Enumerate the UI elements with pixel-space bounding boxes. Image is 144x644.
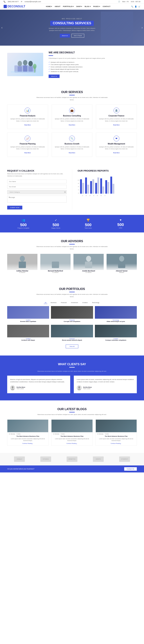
portfolio-name-4: Incidunt velit itaque <box>7 339 49 341</box>
hero-next-button[interactable]: › <box>142 26 142 29</box>
email-address: contact@example.com <box>25 1 41 2</box>
partner-shape-2: SYNVEG <box>40 456 51 462</box>
service-read-more[interactable]: Read More <box>24 152 31 154</box>
blog-card-1: 12 January 3 Likes The Most Advance Busi… <box>7 420 48 446</box>
advisors-subtitle: Maecenas accumsan lacus vel facilisis vo… <box>36 246 108 250</box>
blog-card-3: 12 January 3 Likes The Most Advance Busi… <box>96 420 137 446</box>
about-button[interactable]: About Us <box>49 74 60 78</box>
bar-dark <box>80 179 82 194</box>
service-card-financial-planning: 📈 Financial Planning Quisque velit nisi,… <box>7 132 48 157</box>
hero-buttons: About Us Get In Touch <box>47 34 97 38</box>
advisor-ashley-name: Ashley Fletcher <box>7 270 38 272</box>
testimonial-author-1: Dortha Moez Team Leader <box>10 385 67 390</box>
view-all-button[interactable]: View All <box>66 344 78 348</box>
svg-rect-13 <box>52 262 59 268</box>
portfolio-name-5: Rerum aemini deleniti aliquid <box>51 339 93 341</box>
advisor-amelie-name: Amelie Bernhard <box>73 270 104 272</box>
about-svg <box>11 54 40 74</box>
cart-icon[interactable]: 🛒 <box>138 6 140 8</box>
financial-planning-icon: 📈 <box>25 136 30 141</box>
bar-light <box>87 185 89 194</box>
service-read-more[interactable]: Read More <box>113 152 120 154</box>
portfolio-caption-5: Financial Rerum aemini deleniti aliquid <box>51 337 93 342</box>
topbar-left: 📞 (860) 895 6677 ✉ contact@example.com <box>4 1 41 2</box>
hero-about-button[interactable]: About Us <box>60 34 70 38</box>
filter-technology[interactable]: Technology <box>91 302 100 304</box>
bar-dark <box>110 176 112 194</box>
nav-contact[interactable]: CONTACT <box>103 6 110 7</box>
hero-description: Quisque velit nisi, pretium ut lacinia i… <box>47 27 97 32</box>
services-grid: 📊 Financial Analysis Quisque velit nisi,… <box>7 104 137 157</box>
footer-contact-button[interactable]: Contact Us <box>124 467 137 471</box>
logo-text: DECONSULT <box>8 5 25 8</box>
hero-contact-button[interactable]: Get In Touch <box>71 34 84 38</box>
advisors-title: OUR ADVISORS <box>7 240 137 243</box>
portfolio-caption-4: Creative Incidunt velit itaque <box>7 337 49 342</box>
testimonials-grid: Maxime ut fugit est amet fames. Aliquam … <box>7 376 137 393</box>
bar-dark <box>100 178 102 194</box>
nav-home[interactable]: HOME ▾ <box>46 6 52 7</box>
blog-meta-3: 12 January 3 Likes <box>96 432 137 435</box>
service-card-business-growth: 📉 Business Growth Quisque velit nisi, pr… <box>52 132 92 157</box>
bar-light <box>82 183 84 194</box>
bar-group-2 <box>85 178 89 194</box>
nav-icons: 🔍 👤 🛒 <box>131 6 140 8</box>
message-textarea[interactable] <box>7 196 67 203</box>
service-read-more[interactable]: Read More <box>113 124 120 126</box>
nav-blog[interactable]: BLOG ▾ <box>85 6 91 7</box>
portfolios-section: OUR PORTFOLIOS Maecenas accumsan lacus v… <box>0 280 144 356</box>
service-read-more[interactable]: Read More <box>69 152 75 154</box>
bar-group-7 <box>110 176 114 194</box>
stat-clients-label: Happy Clients <box>40 227 72 229</box>
filter-business[interactable]: Business <box>50 302 57 304</box>
svg-point-14 <box>86 256 91 262</box>
bar-dark <box>85 178 87 194</box>
blog-read-more-2[interactable]: Continue Reading... <box>52 443 92 446</box>
filter-creative[interactable]: Creative <box>81 302 89 304</box>
nav-shop[interactable]: SHOP ▾ <box>76 6 82 7</box>
portfolio-cat-2: Financial <box>51 320 93 321</box>
stat-likes-number: 500 <box>104 222 137 227</box>
submit-button[interactable]: SUBMIT NOW <box>7 206 22 210</box>
nav-about[interactable]: ABOUT <box>55 6 60 7</box>
portfolio-name-3: Ullam doloremque est pois <box>95 321 137 322</box>
service-desc: Quisque velit nisi, pretium ut lacinia i… <box>10 118 45 122</box>
nav-pages[interactable]: PAGES ▾ <box>93 6 100 7</box>
blog-read-more-3[interactable]: Continue Reading... <box>96 443 137 446</box>
portfolio-caption-2: Financial Corrupti sed voluptatem <box>51 319 93 323</box>
email-field-group <box>7 185 67 188</box>
bar-light <box>107 182 109 194</box>
testimonial-author-info-2: Dortha Moez Team Leader <box>83 386 92 389</box>
advisor-amelie-role: Sr. Advisor <box>73 272 104 273</box>
filter-all[interactable]: All <box>44 302 48 304</box>
nav-portfolio[interactable]: PORTFOLIO ▾ <box>63 6 74 7</box>
callback-title: REQUEST A CALLBACK <box>7 170 67 172</box>
svg-point-2 <box>23 60 27 66</box>
service-read-more[interactable]: Read More <box>69 124 75 126</box>
svg-point-9 <box>33 64 37 69</box>
search-icon[interactable]: 🔍 <box>131 6 133 8</box>
service-read-more[interactable]: Read More <box>24 124 31 126</box>
partner-shape-1: UNIQLO <box>14 456 25 462</box>
blog-read-more-1[interactable]: Continue Reading... <box>7 443 48 446</box>
bar-dark <box>90 181 92 194</box>
user-icon[interactable]: 👤 <box>135 6 137 8</box>
blogs-section: OUR LATEST BLOGS Maecenas accumsan lacus… <box>0 400 144 453</box>
portfolio-cat-1: Creative <box>7 320 49 321</box>
name-input[interactable] <box>7 180 67 184</box>
hero-prev-button[interactable]: ‹ <box>2 26 2 29</box>
stat-users: 🏆 500 Total Users <box>72 218 104 229</box>
chart-bars <box>80 174 137 194</box>
about-description: Pellentesque in ipsum id orci porta dapi… <box>49 57 137 60</box>
email-input[interactable] <box>7 185 67 188</box>
logo[interactable]: DECONSULT <box>4 5 25 8</box>
testimonial-author-2: Dortha Moez Team Leader <box>77 385 134 390</box>
filter-financial[interactable]: Financial <box>60 302 68 304</box>
blogs-divider <box>69 412 75 412</box>
advisor-ashley: Ashley Fletcher Sr. Advisor <box>7 254 38 273</box>
svg-rect-11 <box>19 262 26 268</box>
financial-analysis-icon: 📊 <box>25 108 30 113</box>
category-select[interactable]: Select Category <box>7 190 67 194</box>
portfolio-name-2: Corrupti sed voluptatem <box>51 321 93 322</box>
filter-investment[interactable]: Investment <box>70 302 79 304</box>
